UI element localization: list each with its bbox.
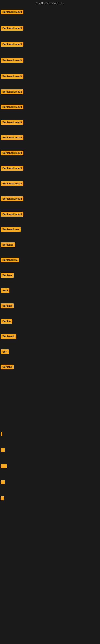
card-row-5: Bottleneck result — [0, 73, 100, 81]
card-row-14: Bottleneck result — [0, 210, 100, 218]
bottleneck-card: Bottleneck result — [1, 10, 23, 14]
bottleneck-card: Bottleneck result — [1, 58, 23, 63]
bottom-section — [0, 432, 100, 613]
card-row-11: Bottleneck result — [0, 164, 100, 173]
bottleneck-card: Bottleneck res — [1, 227, 21, 232]
card-row-13: Bottleneck result — [0, 195, 100, 203]
bottleneck-card: Bottleneck — [1, 334, 16, 339]
card-row-18: Bottlene — [0, 272, 100, 280]
card-row-10: Bottleneck result — [0, 149, 100, 158]
card-row-20: Bottlene — [0, 302, 100, 310]
bottleneck-card: Bottleneck result — [1, 212, 23, 216]
bottleneck-card: Bottleneck result — [1, 120, 23, 125]
bottleneck-card: Bottlene — [1, 365, 14, 370]
bottleneck-card: Bottleneck result — [1, 26, 23, 30]
bottleneck-card: Bottleneck result — [1, 105, 23, 110]
bottom-bar-3 — [1, 464, 7, 468]
bottom-bar-1 — [1, 432, 2, 436]
bottleneck-card: Bott — [1, 349, 9, 354]
card-row-9: Bottleneck result — [0, 134, 100, 142]
bottleneck-card: Bottleneck re — [1, 258, 19, 262]
card-row-15: Bottleneck res — [0, 226, 100, 234]
cards-container: Bottleneck resultBottleneck resultBottle… — [0, 8, 100, 372]
card-row-23: Bott — [0, 348, 100, 356]
card-row-12: Bottleneck result — [0, 180, 100, 188]
card-row-24: Bottlene — [0, 364, 100, 372]
bottleneck-card: Bottl — [1, 288, 9, 293]
bottleneck-card: Bottleneck result — [1, 196, 23, 201]
bottleneck-card: Bottleneck result — [1, 150, 23, 155]
card-row-19: Bottl — [0, 287, 100, 295]
card-row-21: Bottlen — [0, 318, 100, 326]
bottom-bar-5 — [1, 496, 4, 500]
site-title: TheBottlenecker.com — [0, 0, 100, 6]
bottleneck-card: Bottlen — [1, 319, 12, 324]
card-row-2: Bottleneck result — [0, 24, 100, 32]
bottleneck-card: Bottlene — [1, 273, 14, 278]
bottleneck-card: Bottlene — [1, 304, 14, 308]
card-row-4: Bottleneck result — [0, 57, 100, 65]
bottom-bar-2 — [1, 448, 5, 452]
card-row-17: Bottleneck re — [0, 256, 100, 264]
bottleneck-card: Bottleneck result — [1, 135, 23, 140]
page-wrapper: TheBottlenecker.com Bottleneck resultBot… — [0, 0, 100, 613]
card-row-6: Bottleneck result — [0, 88, 100, 96]
card-row-7: Bottleneck result — [0, 104, 100, 112]
bottleneck-card: Bottleneck result — [1, 42, 23, 47]
card-row-3: Bottleneck result — [0, 41, 100, 49]
bottleneck-card: Bottleneck result — [1, 181, 23, 186]
bottleneck-card: Bottleneck result — [1, 74, 23, 79]
card-row-1: Bottleneck result — [0, 8, 100, 16]
card-row-8: Bottleneck result — [0, 119, 100, 127]
bottleneck-card: Bottlenec — [1, 242, 15, 247]
card-row-16: Bottlenec — [0, 241, 100, 249]
bottleneck-card: Bottleneck result — [1, 166, 23, 171]
bottleneck-card: Bottleneck result — [1, 89, 23, 94]
card-row-22: Bottleneck — [0, 333, 100, 341]
bottom-bar-4 — [1, 480, 5, 484]
